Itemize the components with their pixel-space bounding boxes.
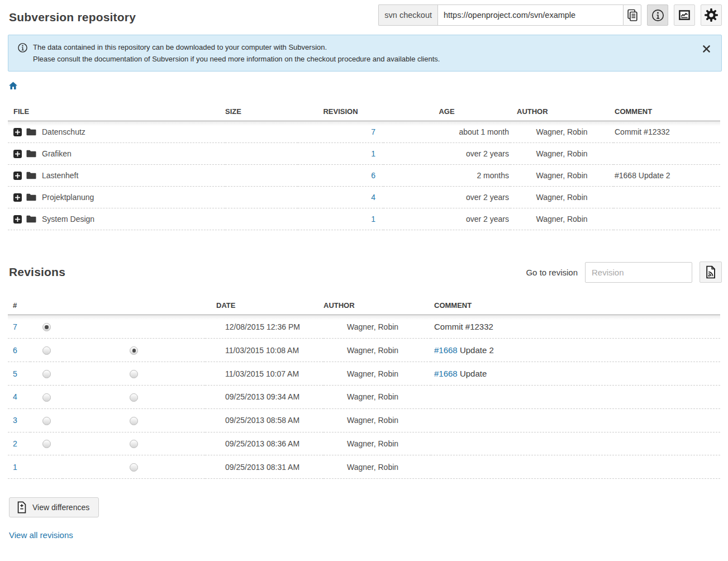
diff-document-icon xyxy=(17,501,32,514)
revision-number-link[interactable]: 4 xyxy=(13,392,17,401)
revisions-table: # DATE AUTHOR COMMENT 7 12/08/2015 12:36… xyxy=(8,298,720,479)
gear-icon xyxy=(704,8,719,22)
file-row: Projektplanung 4 over 2 years Wagner, Ro… xyxy=(8,187,720,208)
expand-folder-button[interactable] xyxy=(13,193,22,202)
file-age: about 1 month xyxy=(383,121,510,143)
folder-name-link[interactable]: Grafiken xyxy=(42,149,72,158)
settings-button[interactable] xyxy=(701,4,722,26)
repository-statistics-button[interactable] xyxy=(674,4,695,26)
files-header-comment: COMMENT xyxy=(613,104,720,121)
revision-date: 09/25/2013 08:36 AM xyxy=(205,432,323,455)
revision-author: Wagner, Robin xyxy=(323,339,431,362)
diff-to-radio[interactable] xyxy=(130,417,138,425)
copy-icon xyxy=(626,8,639,22)
file-comment xyxy=(613,208,720,230)
goto-revision-input[interactable] xyxy=(585,262,692,283)
file-size xyxy=(225,208,298,230)
view-differences-label: View differences xyxy=(32,503,89,512)
revision-number-link[interactable]: 1 xyxy=(13,463,17,472)
revision-number-link[interactable]: 2 xyxy=(13,439,17,448)
revision-number-link[interactable]: 7 xyxy=(13,322,17,331)
expand-folder-button[interactable] xyxy=(13,150,22,158)
folder-name-link[interactable]: Datenschutz xyxy=(42,127,85,136)
checkout-url-input[interactable] xyxy=(437,4,623,26)
revision-link[interactable]: 7 xyxy=(371,127,375,136)
file-comment xyxy=(613,143,720,165)
revision-link[interactable]: 6 xyxy=(371,171,375,180)
files-header-revision: REVISION xyxy=(298,104,383,121)
info-circle-icon xyxy=(651,8,665,22)
close-icon xyxy=(702,44,711,54)
expand-folder-button[interactable] xyxy=(13,172,22,180)
revision-author: Wagner, Robin xyxy=(323,386,431,409)
page-title: Subversion repository xyxy=(9,11,136,24)
file-row: Lastenheft 6 2 months Wagner, Robin #166… xyxy=(8,165,720,187)
files-table: FILE SIZE REVISION AGE AUTHOR COMMENT Da… xyxy=(8,104,720,230)
files-header-author: AUTHOR xyxy=(510,104,613,121)
revision-number-link[interactable]: 6 xyxy=(13,346,17,355)
diff-from-radio[interactable] xyxy=(42,440,51,448)
diff-to-radio[interactable] xyxy=(130,393,138,402)
view-differences-button[interactable]: View differences xyxy=(9,497,99,517)
folder-name-link[interactable]: Lastenheft xyxy=(42,171,78,180)
revision-comment: Update xyxy=(458,369,487,378)
files-header-file: FILE xyxy=(8,104,225,121)
expand-folder-button[interactable] xyxy=(13,215,22,224)
info-circle-icon xyxy=(17,42,28,55)
goto-revision-button[interactable] xyxy=(700,262,722,283)
file-size xyxy=(225,165,298,187)
home-breadcrumb-link[interactable] xyxy=(9,82,17,92)
expand-folder-button[interactable] xyxy=(13,128,22,136)
revision-comment: Commit #12332 xyxy=(434,322,493,331)
diff-from-radio[interactable] xyxy=(42,417,51,425)
diff-to-radio[interactable] xyxy=(130,463,138,472)
revision-comment: Update 2 xyxy=(458,345,494,355)
work-package-link[interactable]: #1668 xyxy=(434,369,458,378)
revision-row: 3 09/25/2013 08:58 AM Wagner, Robin xyxy=(8,408,720,432)
checkout-command-label: svn checkout xyxy=(378,4,437,26)
file-author: Wagner, Robin xyxy=(510,121,613,143)
revision-number-link[interactable]: 5 xyxy=(13,369,17,378)
file-age: 2 months xyxy=(383,165,510,187)
file-age: over 2 years xyxy=(383,208,510,230)
folder-icon xyxy=(26,172,36,179)
folder-name-link[interactable]: Projektplanung xyxy=(42,193,94,202)
revision-row: 5 11/03/2015 10:07 AM Wagner, Robin #166… xyxy=(8,362,720,386)
home-icon xyxy=(9,82,17,90)
revision-row: 2 09/25/2013 08:36 AM Wagner, Robin xyxy=(8,432,720,455)
copy-url-button[interactable] xyxy=(623,4,641,26)
revision-link[interactable]: 1 xyxy=(371,215,375,224)
revisions-header-comment: COMMENT xyxy=(431,298,720,315)
revision-date: 11/03/2015 10:08 AM xyxy=(205,339,323,362)
revisions-header-date: DATE xyxy=(205,298,323,315)
breadcrumb xyxy=(9,82,728,91)
file-comment xyxy=(613,187,720,208)
revision-row: 6 11/03/2015 10:08 AM Wagner, Robin #166… xyxy=(8,339,720,362)
folder-icon xyxy=(26,215,36,223)
diff-from-radio[interactable] xyxy=(42,346,51,355)
view-all-revisions-link[interactable]: View all revisions xyxy=(9,530,73,540)
diff-from-radio[interactable] xyxy=(42,370,51,378)
diff-to-radio[interactable] xyxy=(130,370,138,378)
banner-close-button[interactable] xyxy=(701,43,712,56)
folder-icon xyxy=(26,150,36,158)
diff-from-radio[interactable] xyxy=(42,323,51,331)
revision-link[interactable]: 1 xyxy=(371,149,375,158)
file-comment: Commit #12332 xyxy=(613,121,720,143)
files-header-size: SIZE xyxy=(225,104,298,121)
folder-name-link[interactable]: System Design xyxy=(42,215,94,224)
repository-info-button[interactable] xyxy=(647,4,668,26)
top-bar: Subversion repository svn checkout xyxy=(0,0,728,26)
file-size xyxy=(225,143,298,165)
feed-icon xyxy=(705,265,716,279)
diff-to-radio[interactable] xyxy=(130,346,138,355)
banner-line-2: Please consult the documentation of Subv… xyxy=(33,53,440,65)
diff-from-radio[interactable] xyxy=(42,393,51,402)
diff-to-radio[interactable] xyxy=(130,440,138,448)
revision-date: 09/25/2013 09:34 AM xyxy=(205,386,323,409)
revision-link[interactable]: 4 xyxy=(371,193,375,202)
file-age: over 2 years xyxy=(383,187,510,208)
work-package-link[interactable]: #1668 xyxy=(434,345,458,355)
revision-author: Wagner, Robin xyxy=(323,432,431,455)
revision-number-link[interactable]: 3 xyxy=(13,416,17,425)
